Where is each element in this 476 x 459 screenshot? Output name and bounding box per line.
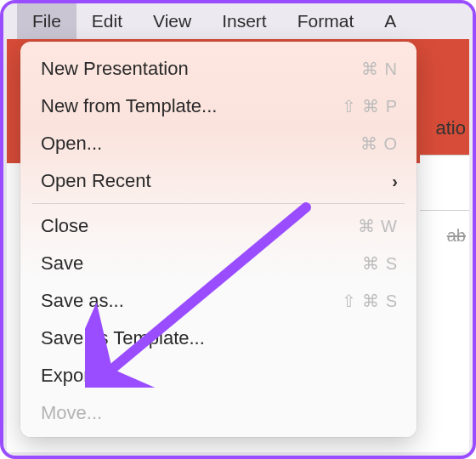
menu-item-label: Save as... <box>41 290 342 312</box>
menu-item-save-as[interactable]: Save as... ⇧ ⌘ S <box>20 282 416 320</box>
menu-item-label: Export... <box>41 365 398 387</box>
bg-strike-fragment: ab <box>447 226 466 246</box>
menu-item-export[interactable]: Export... <box>20 357 416 394</box>
bg-text-fragment: atio <box>436 117 466 139</box>
menu-item-move: Move... <box>20 394 416 432</box>
menubar-item-extra[interactable]: A <box>369 3 411 39</box>
menu-item-new-presentation[interactable]: New Presentation ⌘ N <box>20 50 416 88</box>
menu-item-open-recent[interactable]: Open Recent › <box>20 162 416 200</box>
bg-panel <box>420 155 469 211</box>
menu-item-new-from-template[interactable]: New from Template... ⇧ ⌘ P <box>20 88 416 125</box>
menu-item-label: Close <box>41 215 358 237</box>
menu-item-save[interactable]: Save ⌘ S <box>20 245 416 282</box>
app-window: atio ab File Edit View Insert Format A N… <box>0 0 476 459</box>
menubar-item-view[interactable]: View <box>138 3 207 39</box>
menu-item-shortcut: ⌘ O <box>360 133 398 154</box>
file-menu-dropdown: New Presentation ⌘ N New from Template..… <box>20 42 416 437</box>
menu-item-shortcut: ⇧ ⌘ S <box>342 291 398 311</box>
menu-item-open[interactable]: Open... ⌘ O <box>20 125 416 162</box>
menubar-item-format[interactable]: Format <box>282 3 370 39</box>
menu-item-close[interactable]: Close ⌘ W <box>20 207 416 245</box>
menu-item-label: New Presentation <box>41 58 361 80</box>
menubar-item-insert[interactable]: Insert <box>207 3 282 39</box>
menu-item-label: New from Template... <box>41 95 342 117</box>
menu-item-shortcut: ⌘ S <box>362 253 398 274</box>
menu-item-label: Move... <box>41 402 398 424</box>
menu-item-save-as-template[interactable]: Save as Template... <box>20 320 416 357</box>
menubar-item-file[interactable]: File <box>17 3 76 39</box>
menubar-item-edit[interactable]: Edit <box>76 3 138 39</box>
menu-item-shortcut: ⌘ N <box>361 59 398 79</box>
menu-item-label: Open... <box>41 133 360 155</box>
menu-item-shortcut: ⇧ ⌘ P <box>342 96 398 116</box>
menubar: File Edit View Insert Format A <box>3 3 473 39</box>
menu-separator <box>32 203 405 204</box>
menu-item-label: Open Recent <box>41 170 392 192</box>
chevron-right-icon: › <box>392 172 398 191</box>
menu-item-label: Save <box>41 252 362 275</box>
menu-item-label: Save as Template... <box>41 327 398 349</box>
menu-item-shortcut: ⌘ W <box>358 216 398 236</box>
